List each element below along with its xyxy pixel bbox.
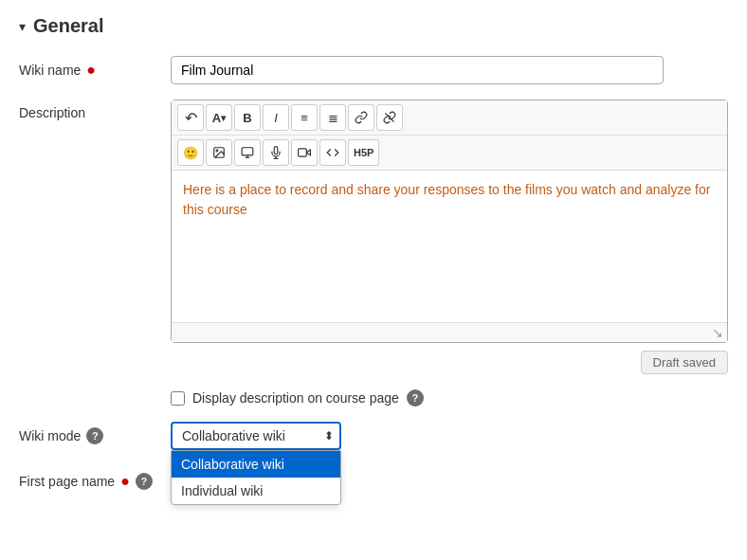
description-label: Description <box>19 99 171 120</box>
required-icon: ● <box>86 62 96 79</box>
first-page-required-icon: ● <box>120 473 130 490</box>
first-page-name-label: First page name ● ? <box>19 467 171 490</box>
svg-line-0 <box>385 113 393 121</box>
ordered-list-button[interactable]: ≣ <box>319 104 346 131</box>
draft-saved-button[interactable]: Draft saved <box>641 351 728 374</box>
svg-rect-9 <box>299 149 307 156</box>
wiki-mode-label-text: Wiki mode <box>19 428 81 443</box>
wiki-mode-label: Wiki mode ? <box>19 422 171 444</box>
wiki-mode-row: Wiki mode ? Collaborative wiki Individua… <box>19 422 728 450</box>
chevron-icon[interactable]: ▾ <box>19 19 26 34</box>
editor-wrapper: ↶ A ▾ B I ≡ ≣ <box>171 99 728 343</box>
editor-resize-handle[interactable]: ↘ <box>172 322 727 342</box>
svg-rect-3 <box>242 148 253 155</box>
unlink-button[interactable] <box>376 104 403 131</box>
wiki-name-input[interactable] <box>171 56 664 84</box>
section-header: ▾ General <box>19 15 728 37</box>
unordered-list-button[interactable]: ≡ <box>291 104 318 131</box>
wiki-name-label-text: Wiki name <box>19 63 81 78</box>
italic-button[interactable]: I <box>263 104 289 131</box>
wiki-mode-select[interactable]: Collaborative wiki Individual wiki <box>171 422 341 450</box>
undo-button[interactable]: ↶ <box>177 104 204 131</box>
wiki-name-label: Wiki name ● <box>19 56 171 79</box>
font-button[interactable]: A ▾ <box>206 104 232 131</box>
dropdown-item-collaborative[interactable]: Collaborative wiki <box>172 451 340 478</box>
bold-button[interactable]: B <box>234 104 261 131</box>
video-button[interactable] <box>291 139 318 166</box>
display-description-checkbox[interactable] <box>171 391 185 406</box>
display-description-label[interactable]: Display description on course page <box>192 390 399 406</box>
media-button[interactable] <box>234 139 261 166</box>
description-label-text: Description <box>19 105 85 120</box>
emoji-button[interactable]: 🙂 <box>177 139 204 166</box>
link-button[interactable] <box>348 104 374 131</box>
editor-toolbar-2: 🙂 <box>172 135 727 171</box>
display-description-row: Display description on course page ? <box>19 389 728 406</box>
editor-text: Here is a place to record and share your… <box>183 182 710 217</box>
wiki-mode-content: Collaborative wiki Individual wiki ⬍ Col… <box>171 422 728 450</box>
wiki-name-content <box>171 56 728 84</box>
h5p-button[interactable]: H5P <box>348 139 379 166</box>
section-title: General <box>33 15 103 37</box>
description-content: ↶ A ▾ B I ≡ ≣ <box>171 99 728 374</box>
wiki-name-row: Wiki name ● <box>19 56 728 84</box>
wiki-mode-select-wrapper: Collaborative wiki Individual wiki ⬍ Col… <box>171 422 341 450</box>
draft-saved-area: Draft saved <box>171 351 728 374</box>
description-row: Description ↶ A ▾ B I ≡ ≣ <box>19 99 728 374</box>
wiki-mode-dropdown: Collaborative wiki Individual wiki <box>171 450 341 505</box>
svg-point-2 <box>216 150 218 152</box>
wiki-mode-help-icon[interactable]: ? <box>86 427 103 444</box>
editor-toolbar-1: ↶ A ▾ B I ≡ ≣ <box>172 100 727 135</box>
image-button[interactable] <box>206 139 232 166</box>
svg-marker-8 <box>306 150 310 155</box>
dropdown-item-individual[interactable]: Individual wiki <box>172 478 340 504</box>
display-description-help-icon[interactable]: ? <box>407 389 424 406</box>
embed-button[interactable] <box>319 139 346 166</box>
audio-button[interactable] <box>263 139 289 166</box>
editor-content-area[interactable]: Here is a place to record and share your… <box>172 171 727 322</box>
resize-icon: ↘ <box>712 325 723 340</box>
first-page-help-icon[interactable]: ? <box>136 473 153 490</box>
first-page-name-label-text: First page name <box>19 474 115 489</box>
first-page-name-row: First page name ● ? <box>19 465 728 492</box>
